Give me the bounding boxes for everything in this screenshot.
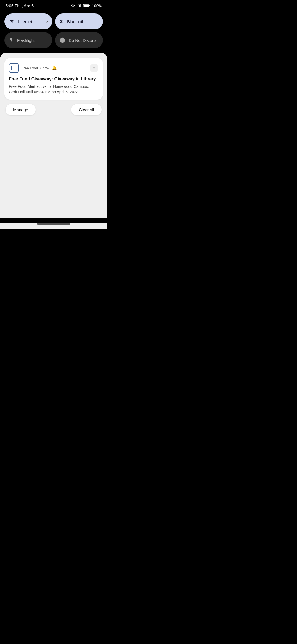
battery-percent: 100% [92, 4, 102, 8]
notif-app-name: Free Food [21, 66, 38, 70]
svg-rect-1 [84, 5, 89, 7]
notification-panel: Free Food • now 🔔 Free Food Giveaway: Gi… [0, 53, 107, 218]
svg-rect-2 [89, 5, 90, 6]
notif-header: Free Food • now 🔔 [9, 63, 98, 73]
clear-all-button[interactable]: Clear all [71, 104, 102, 115]
qs-tile-dnd[interactable]: Do Not Disturb [55, 32, 103, 48]
notif-time: now [43, 66, 49, 70]
notification-card: Free Food • now 🔔 Free Food Giveaway: Gi… [4, 58, 103, 100]
bluetooth-label: Bluetooth [67, 19, 84, 24]
dnd-label: Do Not Disturb [69, 38, 96, 43]
status-time: 5:05 Thu, Apr 6 [6, 3, 34, 8]
qs-tile-flashlight[interactable]: Flashlight [4, 32, 52, 48]
qs-tile-bluetooth[interactable]: Bluetooth [55, 13, 103, 29]
status-icons: 100% [70, 4, 102, 8]
notif-icon-inner [11, 66, 16, 70]
flashlight-label: Flashlight [17, 38, 35, 43]
notif-separator: • [40, 66, 41, 70]
internet-arrow: › [46, 19, 48, 24]
notif-actions: Manage Clear all [4, 104, 103, 115]
quick-settings: Internet › Bluetooth Flashlight Do Not D… [0, 10, 107, 53]
battery-icon [83, 4, 90, 8]
wifi-qs-icon [9, 19, 15, 24]
wifi-icon [70, 4, 75, 8]
notif-bell-icon: 🔔 [52, 66, 57, 70]
manage-button[interactable]: Manage [6, 104, 36, 115]
notif-title: Free Food Giveaway: Giveaway in Library [9, 76, 98, 82]
notif-meta: Free Food • now 🔔 [21, 66, 87, 70]
home-indicator [37, 223, 70, 225]
notif-body: Free Food Alert active for Homewood Camp… [9, 84, 98, 95]
internet-label: Internet [18, 19, 32, 24]
dnd-qs-icon [59, 37, 65, 43]
status-bar: 5:05 Thu, Apr 6 100% [0, 0, 107, 10]
flashlight-qs-icon [9, 37, 14, 43]
qs-tile-internet[interactable]: Internet › [4, 13, 52, 29]
signal-icon [77, 4, 81, 8]
notif-app-icon [9, 63, 19, 73]
bluetooth-qs-icon [59, 18, 64, 24]
notif-collapse-button[interactable] [90, 64, 98, 72]
